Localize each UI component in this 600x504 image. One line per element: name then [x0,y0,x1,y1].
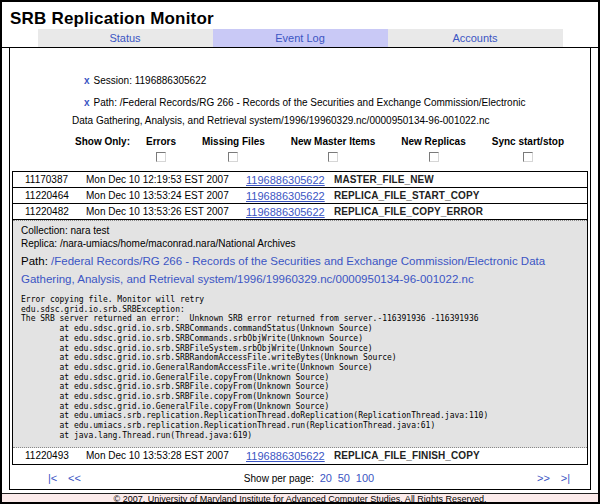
pagination-left: |< << [48,472,168,484]
sync-start-stop-checkbox[interactable] [523,152,533,162]
event-type: MASTER_FILE_NEW [334,174,587,185]
errors-checkbox[interactable] [156,152,166,162]
next-page-button[interactable]: >> [537,472,550,484]
session-link[interactable]: 1196886305622 [246,190,325,202]
remove-session-filter-link[interactable]: x [84,75,94,86]
detail-replica: Replica: /nara-umiacs/home/maconrad.nara… [21,237,579,250]
event-table: 11170387 Mon Dec 10 12:19:53 EST 2007 11… [12,171,588,465]
filter-errors: Errors [146,136,176,162]
filter-new-replicas: New Replicas [401,136,465,162]
show-only-label: Show Only: [75,136,146,147]
sync-start-stop-label: Sync start/stop [492,136,564,147]
pagination-bar: |< << Show per page: 20 50 100 >> >| [10,467,590,489]
event-detail-panel: Collection: nara test Replica: /nara-umi… [13,220,587,448]
detail-path-value: /Federal Records/RG 266 - Records of the… [21,255,545,285]
event-type: REPLICA_FILE_START_COPY [334,190,587,201]
header: SRB Replication Monitor [2,2,598,29]
page-size-20-link[interactable]: 20 [320,472,332,484]
per-page-selector: Show per page: 20 50 100 [168,472,450,484]
new-master-items-checkbox[interactable] [328,152,338,162]
page-size-100-link[interactable]: 100 [356,472,374,484]
event-date: Mon Dec 10 13:53:28 EST 2007 [86,450,246,461]
last-page-button[interactable]: >| [561,472,570,484]
filter-missing-files: Missing Files [202,136,265,162]
first-page-button[interactable]: |< [48,472,57,484]
event-date: Mon Dec 10 13:53:24 EST 2007 [86,190,246,201]
detail-path: Path: /Federal Records/RG 266 - Records … [21,252,579,288]
new-replicas-checkbox[interactable] [429,152,439,162]
session-filter-label: Session: 1196886305622 [94,75,207,86]
srb-replication-monitor-window: SRB Replication Monitor Status Event Log… [0,0,600,504]
session-filter: xSession: 1196886305622 [72,74,532,87]
event-id: 11170387 [13,174,86,185]
event-date: Mon Dec 10 13:53:26 EST 2007 [86,206,246,217]
active-filters: xSession: 1196886305622 xPath: /Federal … [10,48,590,134]
per-page-label: Show per page: [244,473,314,484]
remove-path-filter-link[interactable]: x [84,97,94,108]
new-master-items-label: New Master Items [291,136,375,147]
missing-files-checkbox[interactable] [228,152,238,162]
tab-status[interactable]: Status [38,29,213,47]
session-link[interactable]: 1196886305622 [246,174,325,186]
tab-event-log[interactable]: Event Log [213,29,388,47]
filter-new-master-items: New Master Items [291,136,375,162]
show-only-filter-row: Show Only: Errors Missing Files New Mast… [10,134,590,162]
pagination-right: >> >| [450,472,570,484]
prev-page-button[interactable]: << [68,472,81,484]
table-row: 11170387 Mon Dec 10 12:19:53 EST 2007 11… [13,172,587,188]
page-size-50-link[interactable]: 50 [338,472,350,484]
detail-collection: Collection: nara test [21,224,579,237]
missing-files-label: Missing Files [202,136,265,147]
path-filter-label: Path: /Federal Records/RG 266 - Records … [72,97,525,126]
event-id: 11220482 [13,206,86,217]
page-title: SRB Replication Monitor [10,9,598,29]
event-date: Mon Dec 10 12:19:53 EST 2007 [86,174,246,185]
event-type: REPLICA_FILE_COPY_ERROR [334,206,587,217]
error-stacktrace: Error copying file. Monitor will retry e… [21,295,579,441]
tab-accounts[interactable]: Accounts [388,29,563,47]
errors-label: Errors [146,136,176,147]
tab-bar: Status Event Log Accounts [38,29,563,47]
event-id: 11220464 [13,190,86,201]
tab-bar-wrapper: Status Event Log Accounts [2,29,598,48]
session-link[interactable]: 1196886305622 [246,206,325,218]
event-log-panel: xSession: 1196886305622 xPath: /Federal … [9,48,591,490]
new-replicas-label: New Replicas [401,136,465,147]
table-row: 11220464 Mon Dec 10 13:53:24 EST 2007 11… [13,188,587,204]
footer: © 2007, University of Maryland Institute… [2,493,598,504]
session-link[interactable]: 1196886305622 [246,450,325,462]
copyright-text: © 2007, University of Maryland Institute… [114,494,487,504]
filter-sync-start-stop: Sync start/stop [492,136,564,162]
event-id: 11220493 [13,450,86,461]
path-filter: xPath: /Federal Records/RG 266 - Records… [72,94,532,130]
detail-path-label: Path: [21,255,51,267]
table-row: 11220482 Mon Dec 10 13:53:26 EST 2007 11… [13,204,587,220]
event-type: REPLICA_FILE_FINISH_COPY [334,450,587,461]
table-row: 11220493 Mon Dec 10 13:53:28 EST 2007 11… [13,448,587,464]
